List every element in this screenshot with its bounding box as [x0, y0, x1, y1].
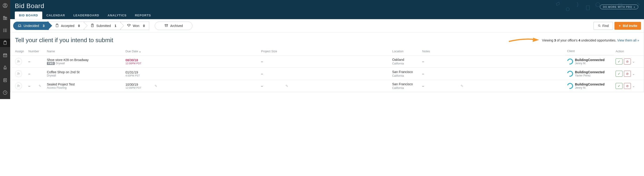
edit-psize-icon[interactable]: ✎	[284, 84, 290, 88]
nav-calendar[interactable]: 22	[0, 51, 10, 59]
edit-number-icon[interactable]: ✎	[37, 84, 43, 88]
assign-button[interactable]	[15, 70, 22, 77]
viewing-summary: Viewing 3 of your office's 4 undecided o…	[542, 38, 639, 42]
table-row[interactable]: –✎ Sealed Project Test Access Flooring 1…	[10, 80, 644, 92]
col-psize: Project Size	[259, 47, 282, 56]
topbar: Bid Board DO MORE WITH PRO » BID BOARD C…	[10, 0, 644, 19]
svg-text:22: 22	[4, 55, 6, 57]
cell-due: 01/31/194:00PM PST	[124, 68, 151, 80]
svg-point-4	[4, 29, 4, 29]
cell-name: Sealed Project Test Access Flooring	[45, 80, 124, 92]
accept-button[interactable]: ✓	[616, 59, 622, 65]
svg-point-26	[18, 85, 19, 86]
cell-location: San FranciscoCalifornia	[390, 68, 420, 80]
status-undecided[interactable]: Undecided 3	[13, 22, 49, 30]
col-location: Location	[390, 47, 420, 56]
nav-list[interactable]	[0, 26, 10, 35]
archive-icon	[164, 23, 168, 28]
nav-stamp[interactable]	[0, 64, 10, 72]
nav-profile[interactable]	[0, 1, 10, 10]
chevron-right-icon: »	[634, 5, 635, 8]
row-menu-button[interactable]: ⌄	[632, 84, 637, 88]
find-button[interactable]: Find	[594, 22, 613, 30]
search-icon	[598, 24, 601, 27]
svg-point-1	[4, 4, 6, 6]
bid-invite-button[interactable]: ＋ Bid Invite	[614, 22, 641, 30]
status-won[interactable]: Won 0	[120, 22, 149, 30]
cell-due: 08/30/1812:00PM PDT	[124, 56, 151, 68]
svg-point-25	[18, 73, 19, 74]
col-client: Client	[565, 47, 614, 55]
cell-number: –✎	[26, 80, 45, 92]
calendar-icon: 22	[2, 53, 8, 58]
stamp-icon	[2, 65, 8, 70]
clipboard-icon	[55, 23, 59, 28]
cell-name: Shoe store #28 on Broadway FWDDrywall	[45, 56, 124, 68]
svg-point-5	[4, 30, 4, 31]
nav-recent[interactable]	[0, 88, 10, 97]
status-submitted[interactable]: Submitted 1	[84, 22, 120, 30]
status-accepted[interactable]: Accepted 0	[49, 22, 84, 30]
edit-notes-icon[interactable]: ✎	[459, 84, 465, 88]
bids-table: Assign Number Name Due Date ▲ Project Si…	[10, 47, 644, 92]
cell-notes: –	[420, 56, 457, 68]
col-notes: Notes	[420, 47, 457, 56]
tab-bid-board[interactable]: BID BOARD	[15, 11, 42, 19]
nav-clipboard[interactable]	[0, 39, 10, 47]
cell-location: San FranciscoCalifornia	[390, 80, 420, 92]
user-circle-icon	[2, 3, 8, 8]
row-menu-button[interactable]: ⌄	[632, 60, 637, 63]
col-name: Name	[45, 47, 124, 56]
nav-buildings[interactable]	[0, 14, 10, 22]
tabs: BID BOARD CALENDAR LEADERBOARD ANALYTICS…	[15, 11, 640, 19]
headline-text: Tell your client if you intend to submit	[15, 37, 113, 44]
cell-number: –	[26, 68, 45, 80]
tab-reports[interactable]: REPORTS	[131, 11, 155, 19]
assign-button[interactable]	[15, 83, 22, 89]
cell-client: BuildingConnectedJenny M.	[565, 80, 614, 92]
svg-point-12	[4, 79, 6, 80]
decline-button[interactable]: ⊘	[624, 71, 631, 77]
page-title: Bid Board	[15, 2, 640, 10]
decline-button[interactable]: ⊘	[624, 83, 631, 89]
cell-psize: –	[259, 68, 282, 80]
accept-button[interactable]: ✓	[616, 83, 622, 89]
table-row[interactable]: – Coffee Shop on 2nd St Drywall 01/31/19…	[10, 68, 644, 80]
do-more-with-pro[interactable]: DO MORE WITH PRO »	[600, 4, 638, 9]
col-due[interactable]: Due Date ▲	[124, 47, 151, 56]
cell-name: Coffee Shop on 2nd St Drywall	[45, 68, 124, 80]
tray-icon	[18, 23, 22, 28]
row-menu-button[interactable]: ⌄	[632, 72, 637, 76]
cell-client: BuildingConnectedJenny M.	[565, 56, 614, 68]
edit-due-icon[interactable]: ✎	[153, 84, 159, 88]
client-logo-icon	[566, 70, 574, 78]
col-assign: Assign	[10, 47, 26, 56]
cell-due: 10/30/1912:00PM PDT	[124, 80, 151, 92]
clipboard-icon	[2, 40, 8, 45]
accept-button[interactable]: ✓	[616, 71, 622, 77]
clipboard-check-icon	[90, 23, 94, 28]
tab-leaderboard[interactable]: LEADERBOARD	[69, 11, 104, 19]
tab-calendar[interactable]: CALENDAR	[42, 11, 69, 19]
left-nav: 22	[0, 0, 10, 99]
trophy-icon	[127, 23, 131, 28]
address-book-icon	[2, 78, 8, 83]
cell-notes: –	[420, 68, 457, 80]
assign-button[interactable]	[15, 58, 22, 65]
col-action: Action	[614, 47, 644, 56]
statusbar: Undecided 3 Accepted 0 Submitted 1	[10, 19, 644, 32]
nav-contacts[interactable]	[0, 76, 10, 84]
pointer-arrow	[508, 37, 540, 44]
cell-psize: –	[259, 56, 282, 68]
svg-point-23	[598, 25, 600, 26]
svg-point-6	[4, 32, 4, 32]
list-icon	[2, 28, 8, 33]
svg-rect-22	[165, 24, 168, 25]
status-archived[interactable]: Archived	[155, 22, 192, 30]
view-all-link[interactable]: View them all »	[617, 38, 639, 42]
tab-analytics[interactable]: ANALYTICS	[104, 11, 131, 19]
cell-number: –	[26, 56, 45, 68]
table-row[interactable]: – Shoe store #28 on Broadway FWDDrywall …	[10, 56, 644, 68]
cell-psize: –	[259, 80, 282, 92]
decline-button[interactable]: ⊘	[624, 59, 631, 65]
